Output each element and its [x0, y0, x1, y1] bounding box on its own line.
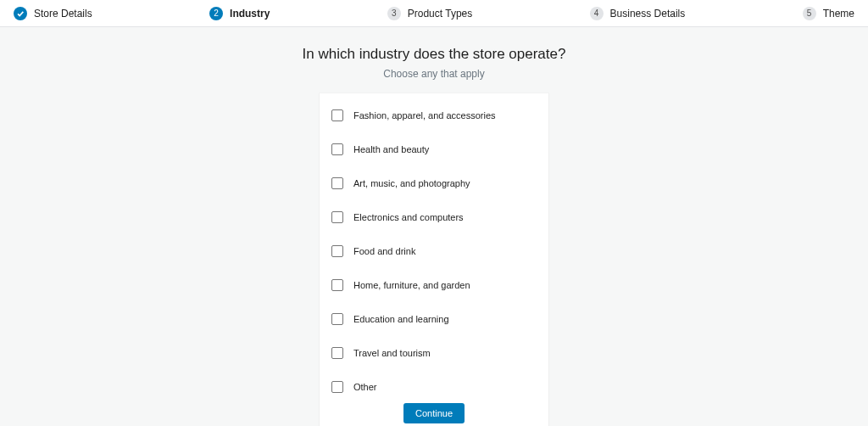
industry-label: Fashion, apparel, and accessories: [353, 110, 496, 121]
step-theme[interactable]: 5 Theme: [803, 7, 854, 20]
checkbox[interactable]: [331, 245, 343, 257]
step-label: Theme: [823, 8, 854, 20]
industry-option[interactable]: Travel and tourism: [330, 347, 538, 359]
industry-label: Home, furniture, and garden: [353, 280, 470, 290]
checkbox[interactable]: [331, 177, 343, 189]
step-label: Store Details: [34, 8, 92, 20]
step-business-details[interactable]: 4 Business Details: [590, 7, 686, 20]
industry-label: Food and drink: [353, 246, 415, 256]
industry-label: Electronics and computers: [353, 212, 464, 222]
step-number-icon: 2: [209, 7, 223, 20]
industry-option[interactable]: Health and beauty: [330, 143, 538, 155]
step-number-icon: 5: [803, 7, 816, 20]
checkbox[interactable]: [331, 381, 343, 393]
continue-wrap: Continue: [330, 403, 538, 423]
industry-card: Fashion, apparel, and accessories Health…: [320, 93, 548, 426]
check-icon: [14, 7, 27, 20]
step-product-types[interactable]: 3 Product Types: [387, 7, 473, 20]
industry-option[interactable]: Other: [330, 381, 538, 393]
step-label: Industry: [230, 8, 270, 20]
industry-option[interactable]: Electronics and computers: [330, 211, 538, 223]
industry-label: Other: [353, 382, 377, 392]
industry-label: Travel and tourism: [353, 348, 431, 358]
checkbox[interactable]: [331, 279, 343, 291]
checkbox[interactable]: [331, 211, 343, 223]
checkbox[interactable]: [331, 143, 343, 155]
step-number-icon: 4: [590, 7, 604, 20]
industry-option[interactable]: Art, music, and photography: [330, 177, 538, 189]
checkbox[interactable]: [331, 109, 343, 121]
continue-button[interactable]: Continue: [403, 403, 465, 423]
step-label: Business Details: [610, 8, 686, 20]
checkbox[interactable]: [331, 313, 343, 325]
page-title: In which industry does the store operate…: [303, 46, 566, 63]
page-subtitle: Choose any that apply: [383, 68, 484, 80]
industry-label: Health and beauty: [353, 144, 429, 154]
main-content: In which industry does the store operate…: [0, 27, 868, 426]
industry-option[interactable]: Fashion, apparel, and accessories: [330, 109, 538, 121]
step-label: Product Types: [408, 8, 473, 20]
industry-label: Art, music, and photography: [353, 178, 470, 188]
industry-option[interactable]: Education and learning: [330, 313, 538, 325]
industry-option[interactable]: Home, furniture, and garden: [330, 279, 538, 291]
industry-option[interactable]: Food and drink: [330, 245, 538, 257]
checkbox[interactable]: [331, 347, 343, 359]
industry-label: Education and learning: [353, 314, 449, 324]
step-number-icon: 3: [387, 7, 401, 20]
step-store-details[interactable]: Store Details: [14, 7, 92, 20]
step-industry[interactable]: 2 Industry: [209, 7, 270, 20]
stepper: Store Details 2 Industry 3 Product Types…: [0, 0, 868, 27]
